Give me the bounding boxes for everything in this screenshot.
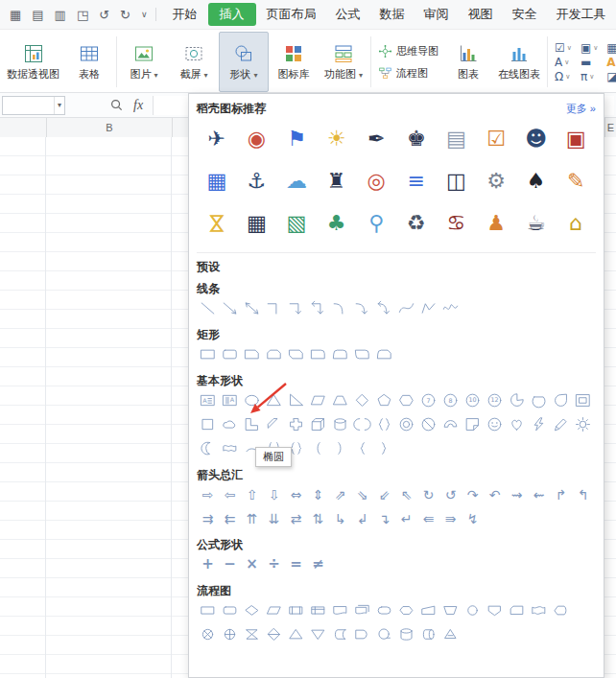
shape-pie[interactable] [506,390,528,411]
shape-fc-offline-storage[interactable] [439,624,462,645]
tab-home[interactable]: 开始 [164,3,206,26]
shape-arrow-rotate-left[interactable]: ↺ [439,484,462,505]
shape-fc-sequential-access[interactable] [373,624,395,645]
shape-fc-sort[interactable] [263,624,285,645]
doc-search-icon[interactable]: ⚲ [368,213,384,234]
insert-function-button[interactable]: fx [133,98,143,113]
shape-rectangle[interactable] [197,344,219,365]
shape-octagon[interactable]: 8 [439,390,462,411]
docer-more-link[interactable]: 更多 » [566,102,596,116]
header-footer-button[interactable]: ▬ [580,57,598,68]
bulb-icon[interactable]: ☀ [327,129,346,150]
shape-diagonal-stripe[interactable] [263,414,285,435]
shape-freeform[interactable] [417,298,439,319]
shape-fc-extract[interactable] [285,624,307,645]
shape-double-bracket[interactable] [351,414,373,435]
document-icon[interactable]: ▤ [446,129,466,150]
column-header-e[interactable]: E [604,118,616,137]
column-header-b[interactable]: B [46,118,172,137]
pivot-chart-button[interactable]: 数据透视图 [2,32,64,92]
tab-review[interactable]: 审阅 [415,3,458,26]
shape-fc-delay[interactable] [351,624,373,645]
shape-arrow-left-right[interactable]: ⇔ [285,484,307,505]
wordart-button[interactable]: A∨ [606,57,616,68]
shape-arrow-double-right[interactable]: ⇉ [197,508,219,529]
shape-fc-multidocument[interactable] [351,600,373,621]
icon-library-button[interactable]: 图标库 [269,32,319,92]
shape-arrow-up[interactable]: ⇧ [241,484,263,505]
shape-left-brace[interactable] [351,438,373,459]
more-charts-button[interactable]: ▦∨ [606,42,616,54]
shape-fc-card[interactable] [506,600,528,621]
building-icon[interactable]: ♜ [327,171,346,192]
shape-lightning[interactable] [528,414,550,435]
shape-right-triangle[interactable] [285,390,307,411]
shape-elbow-arrow[interactable] [285,298,307,319]
tree-icon[interactable]: ♣ [327,213,346,234]
shape-double-wave[interactable] [219,438,241,459]
shape-fc-decision[interactable] [241,600,263,621]
clipboard-icon[interactable]: ☑ [486,129,506,150]
shape-arrow-left[interactable]: ⇦ [219,484,241,505]
app-menu-icon[interactable]: ▦ [10,9,21,21]
textbox-button[interactable]: A∨ [555,57,572,68]
crab-icon[interactable]: ♋ [447,213,466,234]
shape-arrow-curve-right[interactable]: ↷ [462,484,484,505]
shape-arrow-triple-left[interactable]: ⇚ [417,508,439,529]
tab-insert[interactable]: 插入 [208,3,256,26]
shape-fc-manual-operation[interactable] [439,600,462,621]
shape-isosceles-triangle[interactable] [263,390,285,411]
shape-multiply[interactable]: × [241,554,263,575]
shape-arrow-return[interactable]: ↵ [395,508,417,529]
pie-chart-icon[interactable]: ◉ [248,129,266,150]
bus-icon[interactable]: ▦ [206,171,226,192]
function-diagram-button[interactable]: 功能图 ▾ [319,32,368,92]
mind-map-button[interactable]: 思维导图 [378,44,438,58]
shape-minus[interactable]: − [219,554,241,575]
shape-fc-magnetic-disk[interactable] [395,624,417,645]
shape-arrow-se[interactable]: ⇘ [351,484,373,505]
shape-fc-offpage-connector[interactable] [484,600,506,621]
shape-elbow-double-arrow[interactable] [307,298,329,319]
shape-not-equal[interactable]: ≠ [307,554,329,575]
tab-security[interactable]: 安全 [504,3,546,26]
shape-fc-direct-access-storage[interactable] [417,624,439,645]
shape-ellipse[interactable] [241,390,263,411]
shape-fc-stored-data[interactable] [329,624,351,645]
print-preview-icon[interactable]: ◳ [77,9,88,21]
shape-heptagon[interactable]: 7 [417,390,439,411]
shape-cube[interactable] [307,414,329,435]
ink-pen-icon[interactable]: ✒ [367,129,385,150]
name-box[interactable]: ▾ [2,96,65,115]
shape-arrow-swap-v[interactable]: ⇅ [307,508,329,529]
shape-arrow-double-left[interactable]: ⇇ [219,508,241,529]
tab-view[interactable]: 视图 [460,3,502,26]
shape-arrow-wave-left[interactable]: ⇜ [528,484,550,505]
presentation-easel-icon[interactable]: ▧ [287,213,307,234]
shape-arrow-swap-h[interactable]: ⇄ [285,508,307,529]
shape-moon[interactable] [197,438,219,459]
watermark-button[interactable]: ◪∨ [606,71,616,82]
shape-fc-alternate-process[interactable] [219,600,241,621]
shape-teardrop[interactable] [550,390,572,411]
shape-arrow-sw[interactable]: ⇙ [373,484,395,505]
shape-donut[interactable] [395,414,417,435]
shape-fc-data[interactable] [263,600,285,621]
save-icon[interactable]: ▤ [32,9,43,21]
shape-sun[interactable] [572,414,594,435]
ship-icon[interactable]: ⚓ [248,171,267,192]
shape-line-double-arrow[interactable] [241,298,263,319]
shape-rounded-rectangle[interactable] [219,344,241,365]
shape-arrow-corner-up[interactable]: ↱ [550,484,572,505]
shape-arrow-corner-down[interactable]: ↰ [572,484,594,505]
gear-icon[interactable]: ⚙ [486,171,506,192]
shape-pentagon[interactable] [373,390,395,411]
shape-snip-diagonal-corner-rectangle[interactable] [285,344,307,365]
shape-curved-double-arrow[interactable] [373,298,395,319]
shape-cross[interactable] [285,414,307,435]
shape-arrow-zigzag[interactable]: ↯ [462,508,484,529]
hourglass-icon[interactable]: ⋈ [206,213,227,234]
shape-arrow-down[interactable]: ⇩ [263,484,285,505]
shape-dodecagon[interactable]: 12 [484,390,506,411]
symbol-button[interactable]: Ω∨ [555,71,572,82]
